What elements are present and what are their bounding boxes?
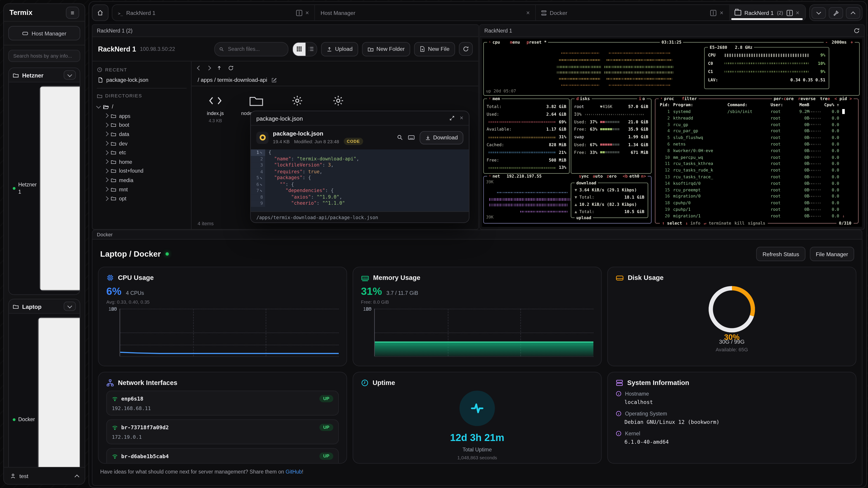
home-button[interactable] [92,4,108,21]
fold-icon[interactable] [260,188,264,192]
proc-reverse-button[interactable]: reverse [798,96,815,101]
tree-item[interactable]: dev [97,139,187,148]
process-row[interactable]: 13 rcu_tasks_trace_ root 0B 0.0 [659,174,855,180]
tab[interactable]: RackNerd 1 × [112,5,315,21]
open-terminal-button[interactable] [40,86,80,291]
refresh-icon[interactable] [854,28,860,34]
edit-path-icon[interactable] [271,77,276,83]
process-row[interactable]: 18 cpuhp/0 root 0B 0.0 [659,200,855,206]
back-icon[interactable] [197,66,202,70]
split-view-icon[interactable] [786,10,793,16]
process-row[interactable]: 5 slub_flushwq root 0B 0.0 [659,135,855,141]
search-in-file-icon[interactable] [397,134,403,140]
expand-button[interactable] [846,7,860,19]
collapse-button[interactable] [811,7,826,19]
split-view-icon[interactable] [710,10,717,16]
close-icon[interactable]: × [796,10,800,16]
file-search[interactable] [214,42,288,56]
process-row[interactable]: 10 mm_percpu_wq root 0B 0.0 [659,154,855,161]
process-row[interactable]: 1 systemd /sbin/init root 9.2M 0.0 █ [659,108,855,115]
open-terminal-button[interactable] [38,318,80,467]
process-row[interactable]: 8 kworker/0:0H-eve root 0B 0.0 [659,148,855,154]
grid-view-button[interactable] [293,42,306,56]
refresh-icon[interactable] [228,65,234,70]
proc-sort-button[interactable]: < pid > [835,96,852,101]
net-mode-button[interactable]: auto [593,174,602,179]
terminal-screen[interactable]: ¹cpu menu preset * 03:31:25 - 2000ms + [482,39,862,227]
process-row[interactable]: 11 rcu_tasks_kthrea root 0B 0.0 [659,161,855,167]
group-header[interactable]: Hetzner [9,68,80,82]
forward-icon[interactable] [206,66,211,70]
tree-item[interactable]: etc [97,148,187,157]
group-collapse-button[interactable] [64,70,76,80]
tree-item[interactable]: boot [97,121,187,130]
host-row[interactable]: Docker [9,313,80,467]
fold-icon[interactable] [260,176,264,180]
process-row[interactable]: 3 rcu_gp root 0B 0.0 [659,122,855,128]
refresh-button[interactable] [459,42,473,56]
split-view-icon[interactable] [296,10,302,16]
net-mode-button[interactable]: sync [579,174,589,179]
keyboard-icon[interactable] [408,134,414,140]
tab[interactable]: Host Manager × [315,5,536,21]
recent-file[interactable]: package-lock.json [97,76,187,89]
group-collapse-button[interactable] [64,302,76,311]
tree-item[interactable]: data [97,130,187,139]
proc-filter-button[interactable]: filter [682,96,697,101]
group-header[interactable]: Laptop [9,299,80,313]
upload-button[interactable]: Upload [321,42,358,56]
download-button[interactable]: Download [419,131,463,144]
process-row[interactable]: 14 ksoftirqd/0 root 0B 0.0 [659,180,855,187]
close-icon[interactable]: × [526,10,530,16]
expand-icon[interactable] [449,116,454,121]
file-manager-button[interactable]: File Manager [810,247,854,261]
close-icon[interactable]: × [720,10,723,16]
tree-root[interactable]: / [97,102,187,111]
github-link[interactable]: GitHub [285,468,302,475]
tab[interactable]: RackNerd 1 (2) × [729,5,806,21]
net-mode-button[interactable]: zero [607,174,617,179]
process-row[interactable]: 2 kthreadd root 0B 0.0 [659,115,855,122]
up-directory-icon[interactable] [217,65,222,70]
status-dot [13,187,16,190]
file-tile[interactable] [280,93,314,108]
close-icon[interactable]: × [305,10,309,16]
interface-row[interactable]: br-73718f7a09d2 UP 172.19.0.1 [106,419,339,444]
interface-row[interactable]: enp6s18 UP 192.168.68.11 [106,391,339,416]
tree-item[interactable]: opt [97,194,187,203]
refresh-status-button[interactable]: Refresh Status [756,247,805,261]
list-view-button[interactable] [306,42,317,56]
host-search-input[interactable] [8,50,80,62]
new-file-button[interactable]: New File [414,42,455,56]
tree-item[interactable]: home [97,157,187,166]
interface-row[interactable]: br-d6abe1b5cab4 UP 172.20.0.1 [106,448,339,464]
tools-hammer-button[interactable] [829,7,843,19]
process-row[interactable]: 16 migration/0 root 0B 0.0 [659,193,855,200]
file-search-input[interactable] [227,45,283,53]
proc-tree-button[interactable]: tree [820,96,830,101]
close-icon[interactable]: × [460,115,463,121]
process-row[interactable]: 6 netns root 0B 0.0 [659,141,855,148]
json-file-icon [256,131,269,144]
host-manager-button[interactable]: Host Manager [8,26,80,40]
process-row[interactable]: 19 cpuhp/1 root 0B 0.0 [659,206,855,213]
proc-percore-button[interactable]: per-core [774,96,794,101]
process-row[interactable]: 15 rcu_preempt root 0B 0.0 [659,187,855,193]
host-row[interactable]: Hetzner 1 [9,82,80,294]
process-row[interactable]: 4 rcu_par_gp root 0B 0.0 [659,128,855,135]
tree-item[interactable]: media [97,175,187,185]
tree-item[interactable]: mnt [97,185,187,194]
user-menu[interactable]: test [4,467,85,484]
fold-icon[interactable] [260,150,264,154]
file-tile[interactable] [321,93,355,108]
code-preview[interactable]: 1 { 2 "name": "termix-download-api", 3 "… [251,149,469,211]
hamburger-menu-icon[interactable] [66,6,79,19]
process-row[interactable]: 12 rcu_tasks_rude_k root 0B 0.0 [659,167,855,174]
tree-item[interactable]: apps [97,111,187,121]
fold-icon[interactable] [260,182,264,186]
new-folder-button[interactable]: New Folder [362,42,410,56]
file-tile[interactable]: index.js 4.3 KB [198,93,232,124]
tab[interactable]: Docker × [536,5,729,21]
tree-item[interactable]: lost+found [97,166,187,175]
process-row[interactable]: 20 migration/1 root 0B 0.0 ↓ [659,213,855,219]
